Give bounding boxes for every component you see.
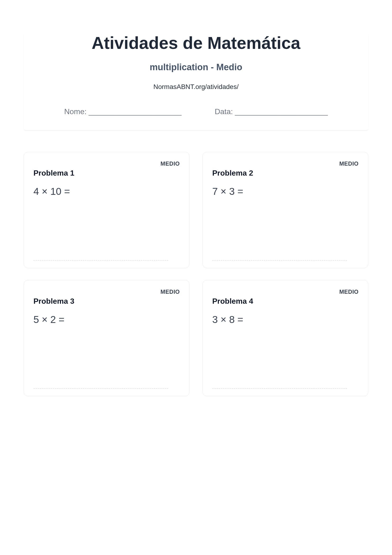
problem-label: Problema 2 xyxy=(212,169,359,177)
problems-grid: MEDIO Problema 1 4 × 10 = MEDIO Problema… xyxy=(24,152,368,396)
difficulty-badge: MEDIO xyxy=(339,161,359,167)
source-url: NormasABNT.org/atividades/ xyxy=(24,83,368,91)
page-title: Atividades de Matemática xyxy=(24,33,368,53)
problem-card: MEDIO Problema 3 5 × 2 = xyxy=(24,280,189,396)
student-fields: Nome: ______________________ Data: _____… xyxy=(24,107,368,116)
problem-card: MEDIO Problema 1 4 × 10 = xyxy=(24,152,189,268)
difficulty-badge: MEDIO xyxy=(339,289,359,295)
problem-expression: 3 × 8 = xyxy=(212,314,359,325)
worksheet-header: Atividades de Matemática multiplication … xyxy=(24,33,368,131)
difficulty-badge: MEDIO xyxy=(161,289,180,295)
date-field: Data: ______________________ xyxy=(215,107,328,116)
problem-label: Problema 1 xyxy=(33,169,180,177)
problem-label: Problema 3 xyxy=(33,297,180,306)
answer-line xyxy=(33,388,168,389)
problem-card: MEDIO Problema 4 3 × 8 = xyxy=(203,280,368,396)
problem-expression: 7 × 3 = xyxy=(212,186,359,197)
difficulty-badge: MEDIO xyxy=(161,161,180,167)
problem-expression: 5 × 2 = xyxy=(33,314,180,325)
page-subtitle: multiplication - Medio xyxy=(24,62,368,72)
answer-line xyxy=(33,260,168,261)
problem-expression: 4 × 10 = xyxy=(33,186,180,197)
name-field: Nome: ______________________ xyxy=(64,107,182,116)
problem-card: MEDIO Problema 2 7 × 3 = xyxy=(203,152,368,268)
answer-line xyxy=(212,388,347,389)
problem-label: Problema 4 xyxy=(212,297,359,306)
answer-line xyxy=(212,260,347,261)
